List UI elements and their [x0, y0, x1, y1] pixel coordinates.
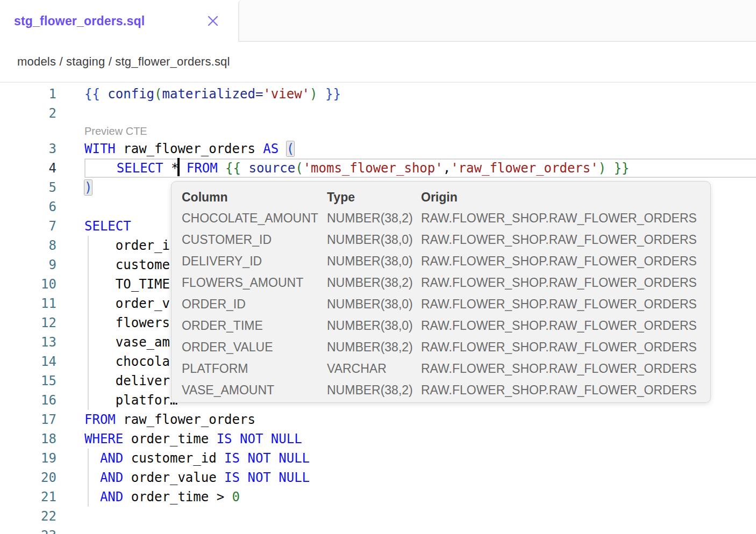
tab-bar-empty-area — [238, 0, 756, 42]
code-token: AND — [100, 451, 123, 466]
code-token: }} — [325, 86, 341, 102]
code-token: AND — [100, 470, 123, 485]
code-line-content — [84, 104, 756, 123]
line-number: 11 — [0, 294, 56, 313]
codelens-preview-cte[interactable]: Preview CTE — [84, 123, 147, 139]
code-line-content: {{ config(materialized='view') }} — [84, 84, 756, 104]
line-number: 6 — [0, 197, 56, 217]
code-token: raw_flower_orders — [116, 412, 255, 427]
code-line[interactable]: 4 SELECT * FROM {{ source('moms_flower_s… — [0, 158, 756, 178]
code-token: order_value — [123, 470, 224, 485]
matched-bracket: ) — [84, 180, 92, 195]
code-token: materialized= — [162, 86, 263, 102]
popup-table: ColumnTypeOriginCHOCOLATE_AMOUNTNUMBER(3… — [182, 187, 710, 401]
column-name-cell: CUSTOMER_ID — [182, 229, 327, 250]
breadcrumb: models / staging / stg_flower_orders.sql — [17, 42, 230, 82]
code-token: 'raw_flower_orders' — [451, 161, 598, 176]
code-line[interactable]: 3WITH raw_flower_orders AS ( — [0, 139, 756, 158]
indent-guide — [88, 236, 89, 410]
code-token — [100, 86, 108, 102]
code-token — [318, 86, 325, 102]
code-token: > — [217, 489, 224, 504]
code-token: AND — [100, 489, 123, 504]
code-token — [84, 451, 100, 466]
column-origin-cell: RAW.FLOWER_SHOP.RAW_FLOWER_ORDERS — [421, 293, 710, 315]
code-token: platfor… — [84, 393, 177, 408]
code-token: ( — [154, 86, 162, 102]
code-line[interactable]: 19 AND customer_id IS NOT NULL — [0, 449, 756, 468]
code-line[interactable]: 1{{ config(materialized='view') }} — [0, 84, 756, 104]
line-number: 16 — [0, 391, 56, 410]
column-name-cell: ORDER_TIME — [182, 315, 327, 336]
code-token: customer_id — [123, 451, 224, 466]
tab-close-icon[interactable] — [205, 13, 221, 29]
column-name-cell: CHOCOLATE_AMOUNT — [182, 207, 327, 229]
code-token: deliver — [84, 373, 170, 388]
code-line-content: AND order_value IS NOT NULL — [84, 468, 756, 487]
code-line[interactable]: 2 — [0, 104, 756, 123]
line-number: 12 — [0, 313, 56, 333]
line-number: 23 — [0, 526, 56, 534]
line-number: 2 — [0, 104, 56, 123]
code-token: order_i — [84, 238, 170, 253]
column-type-cell: NUMBER(38,2) — [327, 207, 421, 229]
code-token: IS NOT NULL — [224, 470, 310, 485]
code-token — [606, 161, 614, 176]
code-token: source — [248, 161, 295, 176]
line-number: 5 — [0, 178, 56, 197]
code-token: {{ — [84, 86, 100, 102]
code-line[interactable]: 23 — [0, 526, 756, 534]
codelens-spacer — [0, 123, 56, 139]
column-name-cell: ORDER_ID — [182, 293, 327, 315]
code-line[interactable]: 22 — [0, 507, 756, 526]
line-number: 18 — [0, 429, 56, 449]
line-number: 7 — [0, 217, 56, 236]
code-line[interactable]: 17FROM raw_flower_orders — [0, 410, 756, 429]
ide-window: stg_flower_orders.sql models / staging /… — [0, 0, 756, 534]
code-token: }} — [614, 161, 630, 176]
column-origin-cell: RAW.FLOWER_SHOP.RAW_FLOWER_ORDERS — [421, 250, 710, 272]
line-number: 13 — [0, 333, 56, 352]
line-number: 14 — [0, 352, 56, 371]
code-token: flowers — [84, 315, 170, 330]
code-token: FROM — [84, 412, 116, 427]
code-token: chocola — [84, 354, 170, 369]
popup-column-header: Column — [182, 187, 327, 207]
column-type-cell: NUMBER(38,0) — [327, 229, 421, 250]
column-name-cell: ORDER_VALUE — [182, 336, 327, 358]
line-number: 22 — [0, 507, 56, 526]
code-line[interactable]: 18WHERE order_time IS NOT NULL — [0, 429, 756, 449]
code-token: order_v — [84, 296, 170, 311]
code-token: ( — [295, 161, 303, 176]
tab-bar: stg_flower_orders.sql — [0, 0, 756, 42]
line-number: 9 — [0, 255, 56, 275]
code-token: {{ — [225, 161, 241, 176]
breadcrumb-row: models / staging / stg_flower_orders.sql — [0, 42, 756, 82]
code-line-content: AND order_time > 0 — [84, 487, 756, 507]
code-token — [241, 161, 248, 176]
line-number: 15 — [0, 371, 56, 391]
code-token: AS — [263, 141, 279, 156]
column-name-cell: VASE_AMOUNT — [182, 379, 327, 401]
code-token: WHERE — [84, 431, 123, 446]
line-number: 17 — [0, 410, 56, 429]
column-origin-cell: RAW.FLOWER_SHOP.RAW_FLOWER_ORDERS — [421, 358, 710, 379]
code-line[interactable]: 20 AND order_value IS NOT NULL — [0, 468, 756, 487]
code-token: 'view' — [263, 86, 310, 102]
column-metadata-popup: ColumnTypeOriginCHOCOLATE_AMOUNTNUMBER(3… — [171, 181, 711, 403]
code-token: raw_flower_orders — [116, 141, 263, 156]
code-line-content: WITH raw_flower_orders AS ( — [84, 139, 756, 158]
code-line-content: AND customer_id IS NOT NULL — [84, 449, 756, 468]
tab-stg-flower-orders[interactable]: stg_flower_orders.sql — [0, 0, 238, 42]
line-number: 21 — [0, 487, 56, 507]
popup-column-header: Origin — [421, 187, 710, 207]
line-number: 19 — [0, 449, 56, 468]
code-token: ) — [310, 86, 317, 102]
column-name-cell: PLATFORM — [182, 358, 327, 379]
line-number: 3 — [0, 139, 56, 158]
column-name-cell: DELIVERY_ID — [182, 250, 327, 272]
column-type-cell: NUMBER(38,0) — [327, 315, 421, 336]
code-line[interactable]: 21 AND order_time > 0 — [0, 487, 756, 507]
code-token: , — [443, 161, 451, 176]
code-token: TO_TIME — [84, 277, 170, 292]
